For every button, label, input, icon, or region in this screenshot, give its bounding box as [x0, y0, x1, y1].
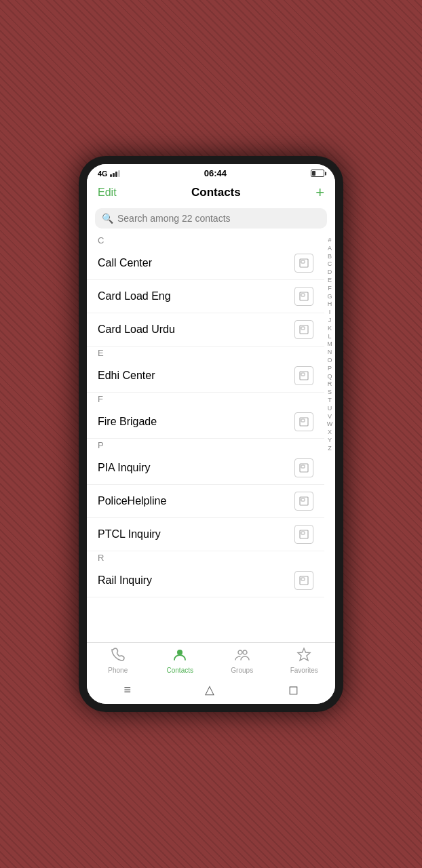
svg-rect-15: [301, 532, 305, 534]
alpha-u[interactable]: U: [328, 405, 332, 412]
tab-bar: Phone Contacts: [87, 642, 335, 677]
alpha-g[interactable]: G: [327, 293, 332, 300]
search-input[interactable]: [117, 213, 320, 224]
svg-rect-3: [301, 294, 305, 296]
alpha-b[interactable]: B: [328, 253, 332, 260]
menu-button[interactable]: ≡: [123, 683, 131, 697]
svg-rect-9: [301, 419, 305, 422]
tab-phone[interactable]: Phone: [98, 647, 138, 674]
alpha-m[interactable]: M: [327, 340, 332, 348]
network-label: 4G: [98, 170, 108, 178]
alpha-c[interactable]: C: [328, 260, 332, 268]
alpha-s[interactable]: S: [328, 389, 332, 396]
alpha-y[interactable]: Y: [328, 437, 332, 444]
alpha-i[interactable]: I: [329, 309, 331, 316]
alpha-f[interactable]: F: [328, 285, 332, 292]
contact-item-police-helpline[interactable]: PoliceHelpline: [87, 485, 324, 518]
phone-wrapper: 4G 06:44 Edit Contacts + �: [79, 156, 343, 712]
contact-item-rail-inquiry[interactable]: Rail Inquiry: [87, 564, 324, 597]
contact-item-pia-inquiry[interactable]: PIA Inquiry: [87, 452, 324, 485]
favorites-icon: [296, 647, 311, 665]
tab-groups[interactable]: Groups: [222, 647, 263, 674]
alpha-h[interactable]: H: [328, 300, 332, 308]
svg-rect-5: [301, 327, 305, 330]
contact-list-content: C Call Center Card Load Eng: [87, 234, 324, 642]
alpha-v[interactable]: V: [328, 413, 332, 420]
tab-favorites[interactable]: Favorites: [284, 647, 324, 674]
contact-item-fire-brigade[interactable]: Fire Brigade: [87, 406, 324, 439]
svg-rect-1: [301, 260, 305, 263]
contact-name: PIA Inquiry: [98, 462, 150, 474]
alpha-k[interactable]: K: [328, 325, 332, 332]
alpha-x[interactable]: X: [328, 429, 332, 436]
contact-sim-icon: [294, 254, 313, 273]
signal-bar-1: [110, 174, 112, 177]
page-title: Contacts: [191, 186, 241, 199]
contact-item-ptcl-inquiry[interactable]: PTCL Inquiry: [87, 518, 324, 551]
contact-item-edhi-center[interactable]: Edhi Center: [87, 359, 324, 393]
contact-list: C Call Center Card Load Eng: [87, 234, 335, 642]
svg-rect-11: [301, 465, 305, 468]
alpha-a[interactable]: A: [328, 245, 332, 252]
signal-bar-3: [115, 172, 117, 177]
back-button[interactable]: ◻: [288, 682, 299, 697]
svg-rect-7: [301, 373, 305, 376]
status-time: 06:44: [204, 168, 227, 178]
alpha-q[interactable]: Q: [327, 373, 332, 380]
contact-sim-icon: [294, 366, 313, 385]
signal-bars: [110, 170, 120, 177]
alpha-o[interactable]: O: [327, 357, 332, 364]
tab-phone-label: Phone: [108, 667, 128, 674]
contact-item-card-load-eng[interactable]: Card Load Eng: [87, 280, 324, 313]
alpha-n[interactable]: N: [328, 349, 332, 356]
section-header-c: C: [87, 234, 324, 247]
groups-icon: [235, 647, 250, 665]
contacts-header: Edit Contacts +: [87, 181, 335, 205]
alpha-t[interactable]: T: [328, 397, 332, 404]
svg-marker-21: [298, 648, 310, 660]
battery-icon: [311, 170, 324, 177]
contact-name: Rail Inquiry: [98, 574, 152, 587]
add-contact-button[interactable]: +: [315, 185, 324, 200]
contact-sim-icon: [294, 412, 313, 431]
contact-name: PTCL Inquiry: [98, 528, 161, 540]
contact-name: Edhi Center: [98, 370, 155, 382]
svg-point-20: [243, 650, 247, 654]
home-button[interactable]: △: [205, 682, 214, 697]
alpha-d[interactable]: D: [328, 269, 332, 276]
svg-point-19: [238, 650, 242, 654]
alpha-r[interactable]: R: [328, 380, 332, 388]
contact-name: Card Load Eng: [98, 290, 171, 302]
contact-sim-icon: [294, 525, 313, 544]
contact-item-call-center[interactable]: Call Center: [87, 247, 324, 280]
contact-sim-icon: [294, 320, 313, 339]
contact-name: PoliceHelpline: [98, 495, 166, 507]
status-right: [311, 170, 324, 177]
tab-contacts[interactable]: Contacts: [159, 647, 200, 674]
contact-name: Fire Brigade: [98, 416, 157, 428]
section-header-e: E: [87, 347, 324, 359]
alpha-e[interactable]: E: [328, 277, 332, 284]
alpha-hash[interactable]: #: [328, 237, 331, 244]
search-bar[interactable]: 🔍: [95, 208, 327, 229]
alphabet-index: # A B C D E F G H I J K L M N O P Q R S: [324, 234, 335, 642]
alpha-p[interactable]: P: [328, 365, 332, 372]
alpha-w[interactable]: W: [327, 420, 333, 428]
status-bar: 4G 06:44: [87, 164, 335, 181]
signal-bar-2: [113, 173, 115, 177]
edit-button[interactable]: Edit: [98, 186, 117, 199]
battery-fill: [312, 171, 315, 176]
contact-sim-icon: [294, 492, 313, 511]
contact-sim-icon: [294, 571, 313, 590]
alpha-l[interactable]: L: [328, 333, 331, 340]
tab-contacts-label: Contacts: [167, 667, 193, 674]
nav-bar: ≡ △ ◻: [87, 677, 335, 704]
phone-icon: [111, 647, 126, 665]
section-header-p: P: [87, 439, 324, 452]
signal-bar-4: [118, 170, 120, 177]
contact-item-card-load-urdu[interactable]: Card Load Urdu: [87, 313, 324, 347]
alpha-j[interactable]: J: [328, 317, 332, 324]
alpha-z[interactable]: Z: [328, 445, 332, 452]
phone-screen: 4G 06:44 Edit Contacts + �: [87, 164, 335, 704]
section-header-r: R: [87, 551, 324, 564]
